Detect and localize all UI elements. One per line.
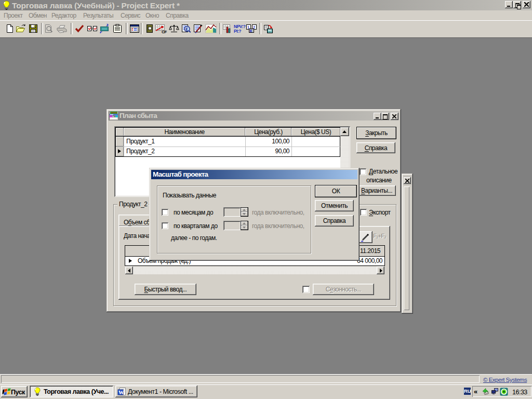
svg-text:2: 2 [253,25,255,29]
svg-text:W: W [118,390,124,395]
svg-text:1: 1 [247,25,249,29]
svg-text:CF: CF [162,30,167,34]
svg-text:€: € [185,26,188,32]
svg-text:PI:?: PI:? [234,29,241,34]
